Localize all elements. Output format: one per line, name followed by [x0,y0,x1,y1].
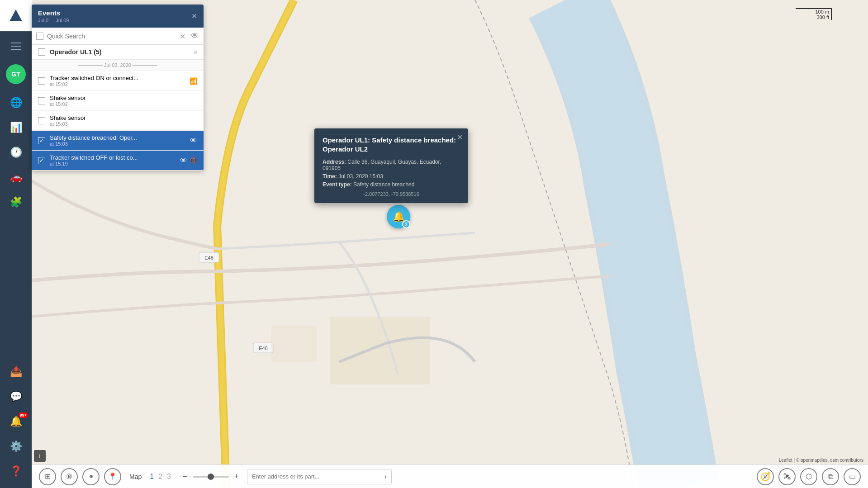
event-item-selected[interactable]: ✓ Safety distance breached: Oper... at 1… [32,131,204,151]
sidebar-item-plugins[interactable]: 🧩 [0,190,32,214]
event-item[interactable]: Tracker switched ON or connect... at 15:… [32,71,204,91]
map-marker[interactable]: 🔔 2 [387,205,410,228]
sidebar: GT 🌐 📊 🕐 🚗 🧩 📤 💬 🔔 99+ ⚙️ ❓ [0,0,32,488]
share-icon: ⚭ [88,472,94,481]
search-eye-button[interactable]: 👁 [191,31,199,41]
map-popup: ✕ Operador UL1: Safety distance breached… [314,128,468,203]
svg-rect-6 [271,326,317,362]
event-checkbox[interactable] [38,77,45,85]
scale-feet: 300 ft [796,14,832,20]
events-date: Jul 01 - Jul 09 [38,18,69,23]
share-button[interactable]: ⚭ [82,468,100,485]
satellite-button[interactable]: 🛰 [778,468,796,485]
marker-circle[interactable]: 🔔 2 [387,205,410,228]
event-text: Shake sensor at 15:02 [50,95,197,107]
sidebar-item-history[interactable]: 🕐 [0,140,32,165]
rectangle-icon: ▭ [849,472,856,481]
event-checkbox[interactable]: ✓ [38,157,45,164]
map-label: Map [129,473,142,480]
map-attribution: Leaflet | © openmaptiles, osm contributo… [779,458,863,463]
events-panel: Events Jul 01 - Jul 09 ✕ ✕ 👁 Operador UL… [32,5,204,171]
event-name: Shake sensor [50,95,197,101]
date-divider: ─────── Jul 03, 2020 ─────── [32,60,204,71]
event-checkbox[interactable] [38,97,45,104]
satellite-icon: 🛰 [783,473,791,481]
search-arrow-icon[interactable]: › [384,473,387,481]
map-page-2[interactable]: 2 [158,473,162,481]
popup-close-button[interactable]: ✕ [457,133,463,142]
sidebar-item-analytics[interactable]: 📊 [0,115,32,140]
event-text: Tracker switched ON or connect... at 15:… [50,75,185,87]
map-globe-icon: 🌐 [10,97,22,109]
event-item[interactable]: Shake sensor at 15:02 [32,91,204,111]
address-search[interactable]: › [247,469,392,484]
eye-icon[interactable]: 👁 [190,137,197,145]
sidebar-item-settings[interactable]: ⚙️ [0,434,32,459]
popup-time: Time: Jul 03, 2020 15:03 [323,173,460,180]
popup-title: Operador UL1: Safety distance breached: … [323,136,460,153]
svg-marker-7 [9,9,22,21]
event-name: Tracker switched ON or connect... [50,75,185,81]
popup-coordinates: -2.0077233, -79.9588516 [323,191,460,197]
history-icon: 🕐 [10,147,22,158]
sidebar-item-notifications[interactable]: 🔔 99+ [0,409,32,434]
event-time: at 15:03 [50,121,197,127]
location-button[interactable]: 📍 [104,468,121,485]
bottom-toolbar: ⊞ ⑧ ⚭ 📍 Map 1 2 3 − + › 🧭 🛰 ⬡ ⧉ ▭ [32,464,868,488]
event-item[interactable]: Shake sensor at 15:03 [32,111,204,131]
eye-icon[interactable]: 👁 [180,156,187,165]
event-name: Shake sensor [50,114,197,121]
zoom-slider[interactable] [193,476,229,478]
marker-bell-icon: 🔔 [393,211,405,223]
popup-address: Address: Calle 36, Guayaquil, Guayas, Ec… [323,159,460,171]
event-checkbox[interactable] [38,117,45,124]
events-close-button[interactable]: ✕ [191,12,197,20]
vehicle-icon: 🚗 [10,171,22,183]
scale-bar: 100 m 300 ft [796,8,832,20]
zoom-in-button[interactable]: + [231,471,242,483]
quick-search-input[interactable] [47,33,187,40]
compass-button[interactable]: 🧭 [757,468,774,485]
sidebar-item-vehicle[interactable]: 🚗 [0,165,32,190]
search-clear-button[interactable]: ✕ [180,32,185,40]
event-time: at 15:19 [50,161,175,166]
layers-button-2[interactable]: ⧉ [822,468,839,485]
sidebar-item-map[interactable]: 🌐 [0,90,32,115]
signal-off-icon: 📵 [190,157,197,164]
map-page-3[interactable]: 3 [167,473,171,481]
marker-count: 2 [402,220,410,228]
map-page-1[interactable]: 1 [150,473,154,481]
popup-event-type: Event type: Safety distance breached [323,181,460,188]
pin-icon: 📍 [108,472,117,481]
event-item-selected[interactable]: ✓ Tracker switched OFF or lost co... at … [32,151,204,171]
group-label: Operador UL1 (5) [50,48,101,56]
compass-icon: 🧭 [760,472,770,482]
polygon-icon: ⬡ [806,472,812,481]
logo [0,0,32,32]
svg-rect-5 [330,317,430,384]
event-name: Safety distance breached: Oper... [50,134,185,141]
event-time: at 15:02 [50,81,185,87]
hamburger-menu[interactable] [0,33,32,58]
event-group-header: Operador UL1 (5) ≡ [32,45,204,60]
info-button[interactable]: i [34,450,46,462]
stack-icon: ⊞ [45,472,51,481]
event-checkbox[interactable]: ✓ [38,137,45,144]
layers-button-1[interactable]: ⊞ [39,468,56,485]
sidebar-item-chat[interactable]: 💬 [0,384,32,409]
group-collapse-icon[interactable]: ≡ [194,48,197,56]
address-input[interactable] [252,473,384,480]
signal-icon: 📶 [190,77,197,85]
zoom-out-button[interactable]: − [179,471,191,483]
rectangle-button[interactable]: ▭ [844,468,861,485]
import-icon: 📤 [10,366,22,378]
group-checkbox[interactable] [38,48,45,56]
search-select-all-checkbox[interactable] [36,33,43,40]
chat-icon: 💬 [10,391,22,403]
bookmark-button[interactable]: ⑧ [61,468,78,485]
sidebar-item-help[interactable]: ❓ [0,459,32,483]
sidebar-item-import[interactable]: 📤 [0,359,32,384]
polygon-button[interactable]: ⬡ [800,468,817,485]
user-avatar[interactable]: GT [6,64,26,84]
events-title: Events [38,9,69,17]
